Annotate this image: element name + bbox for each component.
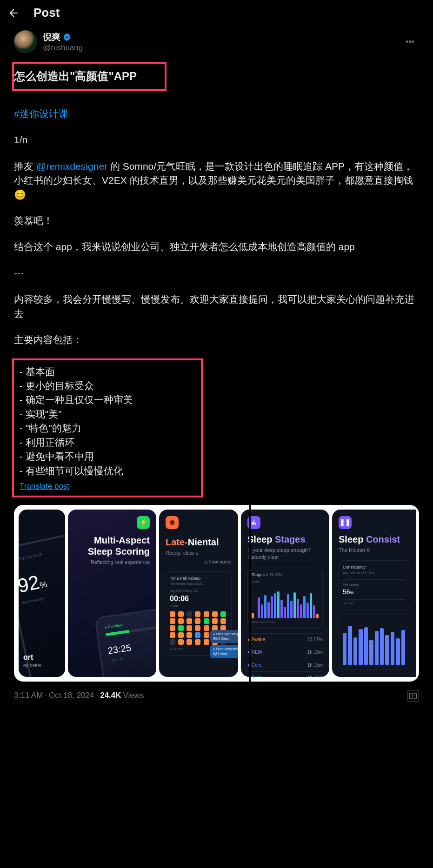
post-header: 倪爽 @nishuang [14,30,419,53]
post-footer: 3:11 AM · Oct 18, 2024 · 24.4K Views [14,690,419,702]
media-card-3: ◉ Late-Niental Recap, clear a p how nois… [159,510,238,677]
svg-rect-2 [255,523,256,524]
list-item: - 确定一种且仅仅一种审美 [20,393,195,407]
list-item: - 避免中看不中用 [20,450,195,464]
page-header: Post [0,0,433,26]
pause-icon: ❚❚ [339,516,352,529]
list-item: - 更小的目标受众 [20,379,195,393]
post-date[interactable]: Oct 18, 2024 [49,690,94,702]
divider-text: --- [14,266,419,280]
paragraph-3: 结合这个 app，我来说说创业公司、独立开发者怎么低成本地创造高颜值的 app [14,240,419,254]
post-container: ••• 倪爽 @nishuang 怎么创造出"高颜值"APP #迷你设计课 1/… [0,30,433,702]
view-count[interactable]: 24.4K [100,690,121,702]
list-item: - 利用正循环 [20,436,195,450]
face-icon: ◉ [166,516,179,529]
page-title: Post [33,6,60,20]
post-time[interactable]: 3:11 AM [14,690,43,702]
more-icon[interactable]: ••• [406,37,414,47]
author-display-name: 倪爽 [43,31,60,43]
author-handle[interactable]: @nishuang [43,43,83,53]
svg-rect-0 [252,522,253,524]
mention-link[interactable]: @remixdesigner [36,161,107,172]
post-title-line: 怎么创造出"高颜值"APP [14,68,137,85]
highlight-box-list: - 基本面 - 更小的目标受众 - 确定一种且仅仅一种审美 - 实现"美" - … [12,358,203,497]
paragraph-1: 推友 @remixdesigner 的 Somno/元气旺眠，是一款设计出色的睡… [14,159,419,202]
back-icon[interactable] [7,7,20,19]
highlight-box-title: 怎么创造出"高颜值"APP [12,62,167,91]
list-item: - 基本面 [20,365,195,379]
paragraph-4: 内容较多，我会分开慢慢写、慢慢发布。欢迎大家直接提问，我可以把大家关心的问题补充… [14,292,419,321]
media-card-2: ⚡ Multi-Aspect Sleep Scoring Reflecting … [68,510,156,677]
bolt-icon: ⚡ [137,516,150,529]
paragraph-2: 羡慕吧！ [14,214,419,228]
svg-rect-3 [410,693,417,699]
hashtag-link[interactable]: #迷你设计课 [14,108,68,119]
list-item: - 有些细节可以慢慢优化 [20,464,195,478]
avatar[interactable] [14,30,37,53]
ad-info-icon[interactable] [407,690,419,702]
paragraph-5: 主要内容包括： [14,333,419,347]
media-card-5: ❚❚ Sleep Consist The Hidden K Consistenc… [332,510,416,677]
media-card-4: Sleep Stages Is your deep sleep enough? … [241,510,329,677]
media-card-1: 15 16 17 18 19 20 92% Time Recharge 7 7:… [19,510,65,677]
svg-rect-1 [253,520,254,524]
author-name[interactable]: 倪爽 [43,31,83,43]
list-item: - "特色"的魅力 [20,421,195,435]
list-item: - 实现"美" [20,407,195,421]
media-divider-line [249,505,251,682]
post-content: 怎么创造出"高颜值"APP #迷你设计课 1/n 推友 @remixdesign… [14,62,419,702]
verified-icon [62,33,72,42]
translate-link[interactable]: Translate post [20,481,69,492]
thread-counter: 1/n [14,133,419,147]
media-attachment[interactable]: 15 16 17 18 19 20 92% Time Recharge 7 7:… [14,505,419,682]
